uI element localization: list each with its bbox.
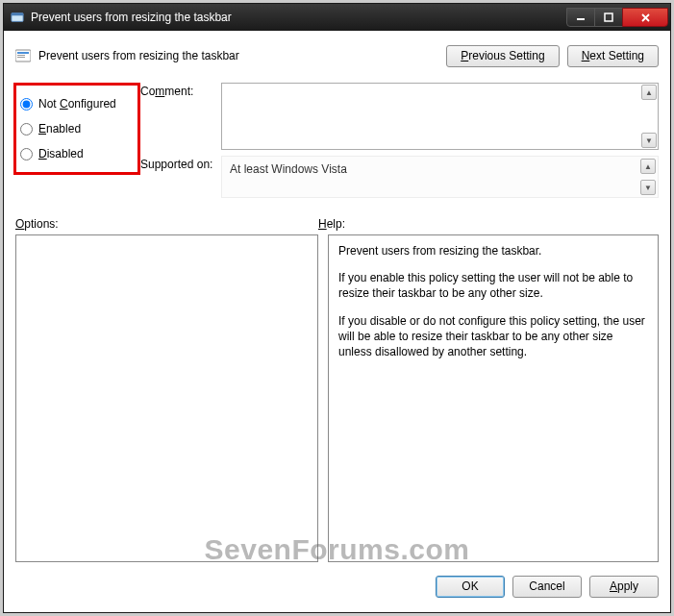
ok-button[interactable]: OK (436, 576, 505, 598)
supported-on-value: At least Windows Vista (230, 162, 347, 176)
window: Prevent users from resizing the taskbar … (3, 3, 671, 613)
footer: OK Cancel Apply (15, 562, 659, 601)
radio-enabled[interactable]: Enabled (20, 116, 134, 141)
titlebar[interactable]: Prevent users from resizing the taskbar (4, 4, 670, 31)
help-panel[interactable]: Prevent users from resizing the taskbar.… (328, 234, 659, 562)
svg-rect-2 (577, 18, 585, 20)
minimize-button[interactable] (566, 8, 595, 27)
supported-scroll-down[interactable]: ▼ (640, 180, 656, 195)
options-label: Options: (15, 217, 318, 231)
svg-rect-6 (17, 55, 25, 56)
svg-rect-3 (605, 13, 612, 21)
policy-name: Prevent users from resizing the taskbar (38, 49, 239, 62)
help-text-p3: If you disable or do not configure this … (338, 313, 648, 360)
maximize-button[interactable] (594, 8, 623, 27)
svg-rect-1 (12, 13, 23, 16)
radio-not-configured-input[interactable] (20, 98, 33, 111)
window-title: Prevent users from resizing the taskbar (31, 11, 567, 24)
help-text-p2: If you enable this policy setting the us… (338, 270, 648, 301)
supported-on-field: At least Windows Vista ▲ ▼ (221, 156, 659, 198)
titlebar-controls (567, 8, 668, 27)
supported-label: Supported on: (140, 156, 221, 198)
comment-label: Comment: (140, 83, 221, 150)
config-row: Not Configured Enabled Disabled Comment: (15, 83, 659, 204)
policy-window-icon (10, 10, 25, 25)
client-area: Prevent users from resizing the taskbar … (4, 31, 670, 612)
lower-area: Options: Help: Prevent users from resizi… (15, 217, 659, 562)
cancel-button[interactable]: Cancel (512, 576, 582, 598)
header-row: Prevent users from resizing the taskbar … (15, 40, 659, 71)
policy-icon (15, 48, 31, 63)
svg-rect-5 (17, 52, 29, 54)
supported-scroll-up[interactable]: ▲ (640, 159, 656, 174)
apply-button[interactable]: Apply (589, 576, 659, 598)
options-panel[interactable] (15, 234, 318, 562)
help-label: Help: (318, 217, 659, 231)
next-setting-button[interactable]: Next Setting (567, 45, 659, 67)
comment-scroll-up[interactable]: ▲ (641, 85, 657, 100)
radio-highlight-box: Not Configured Enabled Disabled (13, 83, 140, 175)
comment-scroll-down[interactable]: ▼ (641, 133, 657, 148)
previous-setting-button[interactable]: Previous Setting (446, 45, 559, 67)
radio-disabled-input[interactable] (20, 148, 33, 160)
svg-rect-7 (17, 57, 25, 58)
comment-textarea[interactable] (221, 83, 659, 150)
close-button[interactable] (622, 8, 668, 27)
radio-not-configured[interactable]: Not Configured (20, 91, 134, 116)
help-text-p1: Prevent users from resizing the taskbar. (338, 243, 648, 259)
radio-disabled[interactable]: Disabled (20, 141, 134, 166)
radio-enabled-input[interactable] (20, 123, 33, 136)
